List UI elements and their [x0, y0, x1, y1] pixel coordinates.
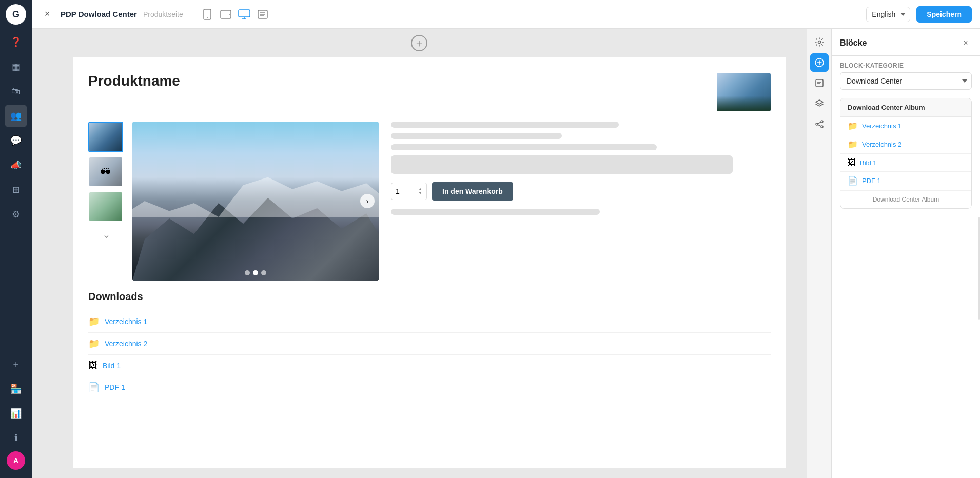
gallery-scroll-down[interactable]: ⌄: [88, 226, 124, 243]
app-logo[interactable]: G: [6, 4, 26, 25]
block-category-select[interactable]: Download Center: [840, 72, 972, 90]
desktop-icon[interactable]: [237, 7, 252, 22]
album-folder-icon-1: 📁: [848, 121, 858, 131]
album-item-dir2[interactable]: 📁 Verzeichnis 2: [840, 135, 971, 154]
page-canvas: Produktname 🕶: [73, 57, 786, 468]
thumb-item-1[interactable]: [88, 122, 123, 152]
file-link-dir1[interactable]: Verzeichnis 1: [105, 317, 147, 326]
svg-point-15: [816, 123, 818, 125]
download-item-4[interactable]: 📄 PDF 1: [88, 376, 771, 398]
share-tool[interactable]: [810, 115, 829, 133]
topbar: × PDP Dowload Center Produktseite: [32, 0, 980, 29]
gallery-dots: [245, 270, 266, 275]
sidebar-item-integration[interactable]: ⊞: [5, 178, 27, 201]
skeleton-line-2: [391, 133, 562, 139]
gallery-next-button[interactable]: ›: [360, 194, 375, 208]
tablet-icon[interactable]: [218, 7, 233, 22]
add-to-cart-button[interactable]: In den Warenkorb: [432, 182, 513, 201]
skeleton-line-3: [391, 144, 657, 150]
canvas-wrapper: ＋ Produktname: [32, 29, 807, 478]
sidebar-item-add[interactable]: ＋: [5, 353, 27, 375]
album-item-pdf1[interactable]: 📄 PDF 1: [840, 172, 971, 190]
download-item-3[interactable]: 🖼 Bild 1: [88, 355, 771, 376]
left-sidebar: G ❓ ▦ 🛍 👥 💬 📣 ⊞ ⚙ ＋ 🏪 📊 ℹ A: [0, 0, 32, 478]
quantity-input[interactable]: 1 ▲▼: [391, 183, 427, 200]
skeleton-line-1: [391, 122, 619, 128]
sidebar-item-layout[interactable]: ▦: [5, 55, 27, 78]
page-subtitle: Produktseite: [143, 10, 183, 18]
pdf-icon-1: 📄: [88, 382, 100, 393]
dot-1[interactable]: [245, 270, 250, 275]
blocks-close-button[interactable]: ×: [959, 37, 972, 49]
sidebar-item-users[interactable]: 👥: [5, 105, 27, 127]
sidebar-item-info[interactable]: ℹ: [5, 427, 27, 449]
svg-rect-4: [239, 10, 250, 17]
sidebar-item-chat[interactable]: 💬: [5, 129, 27, 152]
page-title: PDP Dowload Center: [61, 10, 137, 18]
svg-point-1: [207, 17, 208, 18]
sidebar-item-help[interactable]: ❓: [5, 31, 27, 53]
album-link-img1[interactable]: Bild 1: [860, 159, 877, 167]
add-block-tool[interactable]: [810, 53, 829, 72]
downloads-title: Downloads: [88, 291, 771, 303]
album-link-pdf1[interactable]: PDF 1: [862, 177, 881, 185]
sidebar-item-store[interactable]: 🏪: [5, 377, 27, 400]
album-item-dir1[interactable]: 📁 Verzeichnis 1: [840, 117, 971, 135]
album-item-img1[interactable]: 🖼 Bild 1: [840, 154, 971, 172]
svg-point-9: [818, 41, 820, 44]
download-item-1[interactable]: 📁 Verzeichnis 1: [88, 311, 771, 333]
svg-point-14: [821, 121, 823, 123]
skeleton-line-4: [391, 155, 733, 174]
avatar[interactable]: A: [7, 451, 25, 470]
product-info: 1 ▲▼ In den Warenkorb: [387, 122, 771, 281]
thumb-item-3[interactable]: [88, 191, 123, 222]
close-button[interactable]: ×: [40, 7, 54, 22]
download-item-2[interactable]: 📁 Verzeichnis 2: [88, 333, 771, 355]
folder-icon-2: 📁: [88, 338, 100, 349]
skeleton-line-5: [391, 209, 600, 215]
quantity-row: 1 ▲▼ In den Warenkorb: [391, 182, 771, 201]
dot-3[interactable]: [261, 270, 266, 275]
svg-rect-11: [816, 79, 823, 87]
dot-2[interactable]: [253, 270, 258, 275]
language-select[interactable]: English: [866, 7, 910, 22]
layers-tool[interactable]: [810, 94, 829, 113]
product-header: Produktname: [88, 73, 771, 111]
blocks-header: Blöcke ×: [832, 29, 980, 56]
product-thumbnail: [717, 73, 771, 111]
canvas-toolbar: ＋: [32, 29, 807, 57]
sidebar-item-campaign[interactable]: 📣: [5, 154, 27, 176]
file-link-dir2[interactable]: Verzeichnis 2: [105, 340, 147, 348]
list-icon[interactable]: [255, 7, 270, 22]
sidebar-item-reports[interactable]: 📊: [5, 402, 27, 425]
edit-tool[interactable]: [810, 74, 829, 92]
block-category-label: Block-Kategorie: [832, 56, 980, 72]
svg-point-3: [229, 14, 230, 15]
svg-line-17: [818, 122, 821, 124]
device-selector: [200, 7, 270, 22]
gallery-thumbnails: 🕶 ⌄: [88, 122, 124, 281]
canvas-scroll[interactable]: Produktname 🕶: [32, 57, 807, 478]
blocks-panel-title: Blöcke: [840, 38, 867, 48]
album-image-icon-1: 🖼: [848, 158, 856, 167]
image-icon-1: 🖼: [88, 360, 97, 371]
mobile-icon[interactable]: [200, 7, 215, 22]
album-pdf-icon-1: 📄: [848, 176, 858, 186]
album-block[interactable]: Download Center Album 📁 Verzeichnis 1 📁 …: [840, 98, 972, 209]
sidebar-item-settings[interactable]: ⚙: [5, 203, 27, 226]
tool-panel: [807, 29, 831, 478]
save-button[interactable]: Speichern: [916, 6, 972, 23]
thumb-item-2[interactable]: 🕶: [88, 156, 123, 187]
album-link-dir2[interactable]: Verzeichnis 2: [862, 141, 901, 148]
album-block-footer: Download Center Album: [840, 190, 971, 208]
settings-tool[interactable]: [810, 33, 829, 51]
sidebar-item-shop[interactable]: 🛍: [5, 80, 27, 103]
file-link-img1[interactable]: Bild 1: [103, 362, 121, 370]
add-block-button[interactable]: ＋: [411, 35, 427, 51]
album-link-dir1[interactable]: Verzeichnis 1: [862, 122, 901, 130]
downloads-section: Downloads 📁 Verzeichnis 1 📁 Verzeichnis …: [88, 291, 771, 398]
mountain-image: [132, 122, 379, 281]
product-name: Produktname: [88, 73, 180, 89]
file-link-pdf1[interactable]: PDF 1: [105, 383, 125, 391]
blocks-panel: Blöcke × Block-Kategorie Download Center…: [831, 29, 980, 478]
